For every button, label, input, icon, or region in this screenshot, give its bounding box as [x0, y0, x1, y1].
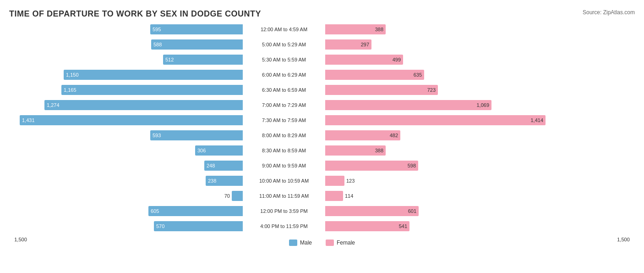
female-bar: 388 — [325, 24, 386, 34]
bar-row: 306 8:30 AM to 8:59 AM 388 — [9, 144, 635, 157]
time-label: 9:00 AM to 9:59 AM — [243, 163, 325, 168]
female-bar: 499 — [325, 55, 403, 65]
female-bar: 541 — [325, 221, 409, 231]
bar-row: 593 8:00 AM to 8:29 AM 482 — [9, 128, 635, 142]
legend-female-color — [326, 240, 334, 246]
time-label: 5:00 AM to 5:29 AM — [243, 42, 325, 47]
male-bar: 1,165 — [61, 85, 243, 95]
female-bar: 1,069 — [325, 100, 491, 110]
male-bar — [232, 191, 243, 201]
time-label: 6:00 AM to 6:29 AM — [243, 72, 325, 78]
bar-row: 1,431 7:30 AM to 7:59 AM 1,414 — [9, 113, 635, 127]
male-bar: 570 — [154, 221, 243, 231]
right-bar-container: 482 — [325, 129, 559, 141]
right-bar-container: 601 — [325, 205, 559, 217]
right-bar-container: 1,069 — [325, 99, 559, 111]
right-bar-container: 123 — [325, 175, 559, 187]
bar-row: 605 12:00 PM to 3:59 PM 601 — [9, 204, 635, 218]
male-bar: 1,431 — [20, 115, 243, 125]
chart-container: TIME OF DEPARTURE TO WORK BY SEX IN DODG… — [0, 0, 644, 273]
left-bar-container: 570 — [9, 220, 243, 232]
legend-female: Female — [326, 240, 355, 246]
left-bar-container: 306 — [9, 145, 243, 156]
time-label: 12:00 AM to 4:59 AM — [243, 27, 325, 32]
right-bar-container: 541 — [325, 220, 559, 232]
male-bar: 605 — [148, 206, 243, 216]
time-label: 10:00 AM to 10:59 AM — [243, 178, 325, 184]
time-label: 12:00 PM to 3:59 PM — [243, 208, 325, 214]
male-bar: 593 — [150, 130, 243, 140]
left-bar-container: 605 — [9, 205, 243, 217]
left-bar-container: 1,431 — [9, 114, 243, 126]
left-bar-container: 248 — [9, 160, 243, 172]
left-bar-container: 595 — [9, 23, 243, 35]
bar-row: 238 10:00 AM to 10:59 AM 123 — [9, 174, 635, 188]
axis-left: 1,500 — [9, 237, 32, 246]
bar-row: 512 5:30 AM to 5:59 AM 499 — [9, 53, 635, 67]
left-bar-container: 1,150 — [9, 69, 243, 81]
right-bar-container: 723 — [325, 84, 559, 96]
bar-row: 1,150 6:00 AM to 6:29 AM 635 — [9, 68, 635, 82]
time-label: 7:30 AM to 7:59 AM — [243, 117, 325, 123]
right-bar-container: 297 — [325, 39, 559, 50]
legend: Male Female — [289, 240, 355, 246]
chart-title: TIME OF DEPARTURE TO WORK BY SEX IN DODG… — [9, 9, 635, 19]
female-bar — [325, 176, 344, 186]
time-label: 6:30 AM to 6:59 AM — [243, 87, 325, 93]
left-bar-container: 1,274 — [9, 99, 243, 111]
male-bar: 238 — [206, 176, 243, 186]
bar-row: 1,274 7:00 AM to 7:29 AM 1,069 — [9, 98, 635, 112]
left-bar-container: 238 — [9, 175, 243, 187]
right-bar-container: 598 — [325, 160, 559, 172]
male-bar: 595 — [150, 24, 243, 34]
legend-male-label: Male — [300, 240, 312, 246]
time-label: 8:00 AM to 8:29 AM — [243, 133, 325, 138]
left-bar-container: 512 — [9, 54, 243, 66]
left-bar-container: 593 — [9, 129, 243, 141]
time-label: 11:00 AM to 11:59 AM — [243, 193, 325, 199]
bar-row: 570 4:00 PM to 11:59 PM 541 — [9, 219, 635, 233]
bar-row: 70 11:00 AM to 11:59 AM 114 — [9, 189, 635, 203]
female-bar: 482 — [325, 130, 400, 140]
left-bar-container: 70 — [9, 190, 243, 202]
male-bar: 1,274 — [44, 100, 243, 110]
female-bar — [325, 191, 343, 201]
source-text: Source: ZipAtlas.com — [583, 9, 635, 16]
time-label: 8:30 AM to 8:59 AM — [243, 148, 325, 153]
female-bar: 388 — [325, 145, 386, 156]
time-label: 5:30 AM to 5:59 AM — [243, 57, 325, 62]
left-bar-container: 1,165 — [9, 84, 243, 96]
time-label: 7:00 AM to 7:29 AM — [243, 102, 325, 108]
male-bar: 248 — [204, 161, 243, 171]
right-bar-container: 114 — [325, 190, 559, 202]
male-bar: 512 — [163, 55, 243, 65]
right-bar-container: 1,414 — [325, 114, 559, 126]
right-bar-container: 388 — [325, 145, 559, 156]
female-bar: 723 — [325, 85, 438, 95]
bar-row: 1,165 6:30 AM to 6:59 AM 723 — [9, 83, 635, 97]
male-bar: 1,150 — [64, 70, 243, 80]
time-label: 4:00 PM to 11:59 PM — [243, 223, 325, 229]
bar-row: 595 12:00 AM to 4:59 AM 388 — [9, 22, 635, 36]
female-bar: 297 — [325, 39, 371, 50]
right-bar-container: 499 — [325, 54, 559, 66]
female-bar: 601 — [325, 206, 419, 216]
bar-row: 248 9:00 AM to 9:59 AM 598 — [9, 159, 635, 173]
right-bar-container: 388 — [325, 23, 559, 35]
chart-area: 595 12:00 AM to 4:59 AM 388 588 5:00 AM … — [9, 22, 635, 236]
right-bar-container: 635 — [325, 69, 559, 81]
male-bar: 306 — [195, 145, 243, 156]
female-bar: 635 — [325, 70, 424, 80]
bar-row: 588 5:00 AM to 5:29 AM 297 — [9, 38, 635, 51]
legend-male-color — [289, 240, 297, 246]
legend-male: Male — [289, 240, 312, 246]
left-bar-container: 588 — [9, 39, 243, 50]
female-bar: 1,414 — [325, 115, 546, 125]
male-bar: 588 — [151, 39, 243, 50]
axis-right: 1,500 — [612, 237, 635, 246]
legend-female-label: Female — [337, 240, 355, 246]
female-bar: 598 — [325, 161, 418, 171]
